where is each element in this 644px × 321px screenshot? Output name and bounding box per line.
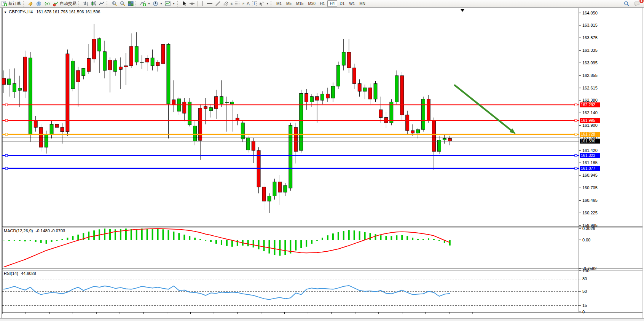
candle-body-bear[interactable] bbox=[129, 46, 133, 66]
candle-body-bear[interactable] bbox=[347, 52, 351, 68]
candle-body-bull[interactable] bbox=[336, 65, 340, 86]
zoom-out-button[interactable] bbox=[118, 0, 127, 7]
hline-anchor[interactable] bbox=[5, 104, 8, 106]
candle-body-bull[interactable] bbox=[416, 129, 420, 133]
candle-body-bear[interactable] bbox=[161, 44, 165, 64]
candle-body-bull[interactable] bbox=[193, 126, 197, 141]
chart-window[interactable]: ▼ GBPJPY-,H4 161.678 161.793 161.596 161… bbox=[0, 8, 644, 318]
candle-body-bear[interactable] bbox=[124, 66, 128, 67]
candle-body-bull[interactable] bbox=[13, 83, 16, 92]
candle-body-bull[interactable] bbox=[45, 135, 48, 147]
candle-body-bear[interactable] bbox=[411, 131, 414, 133]
candlestick-chart-button[interactable] bbox=[90, 0, 98, 7]
candle-body-bull[interactable] bbox=[98, 38, 101, 51]
candle-body-bull[interactable] bbox=[342, 52, 345, 65]
bar-chart-button[interactable] bbox=[82, 0, 90, 7]
candle-body-bear[interactable] bbox=[92, 39, 96, 59]
candle-body-bull[interactable] bbox=[167, 44, 170, 104]
candle-body-bear[interactable] bbox=[23, 57, 27, 91]
candle-body-bear[interactable] bbox=[87, 58, 91, 71]
auto-trading-button[interactable]: 自动交易 bbox=[51, 0, 78, 7]
candle-body-bear[interactable] bbox=[326, 94, 329, 98]
candle-body-bull[interactable] bbox=[140, 62, 143, 62]
timeframe-button-m1[interactable]: M1 bbox=[274, 1, 284, 6]
candle-body-bull[interactable] bbox=[363, 88, 367, 91]
candle-body-bear[interactable] bbox=[183, 102, 186, 113]
candle-body-bear[interactable] bbox=[278, 182, 282, 192]
new-order-button[interactable]: 新订单 bbox=[0, 0, 22, 7]
candle-body-bear[interactable] bbox=[316, 97, 319, 101]
hline-anchor[interactable] bbox=[575, 167, 577, 169]
chart-canvas[interactable] bbox=[0, 8, 644, 318]
candle-body-bull[interactable] bbox=[225, 102, 228, 103]
hline-anchor[interactable] bbox=[5, 133, 8, 136]
candle-body-bull[interactable] bbox=[151, 58, 154, 66]
candle-body-bear[interactable] bbox=[39, 128, 43, 147]
candle-body-bear[interactable] bbox=[145, 58, 149, 62]
timeframe-button-m5[interactable]: M5 bbox=[284, 1, 294, 6]
timeframe-button-mn[interactable]: MN bbox=[357, 1, 368, 6]
horizontal-line-tool-button[interactable] bbox=[206, 0, 214, 7]
candle-body-bull[interactable] bbox=[331, 86, 335, 98]
candle-body-bear[interactable] bbox=[61, 128, 64, 132]
profile-button[interactable] bbox=[35, 0, 43, 7]
candle-body-bull[interactable] bbox=[29, 58, 32, 135]
market-watch-button[interactable] bbox=[26, 0, 35, 7]
candle-body-bear[interactable] bbox=[199, 108, 202, 141]
candle-body-bull[interactable] bbox=[209, 108, 213, 111]
timeframe-button-h1[interactable]: H1 bbox=[318, 1, 327, 6]
candle-body-bull[interactable] bbox=[310, 97, 314, 102]
candle-body-bear[interactable] bbox=[432, 120, 435, 151]
timeframe-button-m30[interactable]: M30 bbox=[306, 1, 317, 6]
candle-body-bear[interactable] bbox=[236, 118, 239, 120]
candle-body-bull[interactable] bbox=[284, 185, 287, 192]
candle-body-bear[interactable] bbox=[427, 99, 430, 120]
candle-body-bull[interactable] bbox=[273, 182, 276, 196]
vertical-line-tool-button[interactable] bbox=[199, 0, 206, 7]
candle-body-bull[interactable] bbox=[188, 102, 191, 125]
candle-body-bear[interactable] bbox=[215, 97, 218, 109]
timeframe-button-w1[interactable]: W1 bbox=[347, 1, 357, 6]
candle-body-bear[interactable] bbox=[252, 141, 255, 150]
timeframe-button-m15[interactable]: M15 bbox=[294, 1, 306, 6]
crosshair-tool-button[interactable] bbox=[188, 0, 196, 7]
text-label-tool-button[interactable]: T bbox=[251, 0, 258, 7]
hline-anchor[interactable] bbox=[575, 104, 577, 106]
candle-body-bull[interactable] bbox=[443, 139, 446, 140]
search-button[interactable] bbox=[622, 0, 631, 7]
trendline-tool-button[interactable] bbox=[214, 0, 222, 7]
equidistant-channel-tool-button[interactable]: E bbox=[222, 0, 234, 7]
tile-windows-button[interactable] bbox=[127, 0, 135, 7]
candle-body-bull[interactable] bbox=[230, 102, 234, 104]
candle-body-bear[interactable] bbox=[2, 78, 6, 85]
candle-body-bull[interactable] bbox=[395, 76, 399, 102]
candle-body-bear[interactable] bbox=[406, 115, 409, 131]
candle-body-bull[interactable] bbox=[374, 83, 377, 99]
hline-anchor[interactable] bbox=[575, 133, 577, 136]
candle-body-bear[interactable] bbox=[156, 62, 159, 66]
candle-body-bear[interactable] bbox=[172, 100, 175, 105]
zoom-in-button[interactable] bbox=[110, 0, 118, 7]
candle-body-bear[interactable] bbox=[262, 187, 266, 201]
hline-anchor[interactable] bbox=[575, 154, 577, 157]
candle-body-bull[interactable] bbox=[50, 124, 53, 134]
candle-body-bull[interactable] bbox=[71, 61, 75, 89]
candle-body-bear[interactable] bbox=[108, 60, 112, 70]
chart-symbol-header[interactable]: ▼ GBPJPY-,H4 161.678 161.793 161.596 161… bbox=[4, 10, 100, 15]
hline-anchor[interactable] bbox=[5, 154, 8, 157]
candle-body-bull[interactable] bbox=[321, 94, 324, 100]
candle-body-bear[interactable] bbox=[358, 83, 361, 91]
candle-body-bear[interactable] bbox=[77, 70, 80, 82]
templates-button[interactable]: ▼ bbox=[164, 0, 176, 7]
candle-body-bear[interactable] bbox=[305, 93, 308, 102]
hline-anchor[interactable] bbox=[5, 119, 8, 121]
candle-body-bear[interactable] bbox=[34, 120, 37, 127]
fibonacci-tool-button[interactable]: F bbox=[234, 0, 245, 7]
candle-body-bear[interactable] bbox=[379, 110, 383, 118]
cursor-tool-button[interactable] bbox=[180, 0, 188, 7]
candle-body-bear[interactable] bbox=[400, 76, 404, 115]
candle-body-bull[interactable] bbox=[241, 123, 244, 139]
candle-body-bull[interactable] bbox=[103, 52, 107, 70]
candle-body-bull[interactable] bbox=[437, 140, 441, 152]
candle-body-bear[interactable] bbox=[204, 107, 207, 109]
